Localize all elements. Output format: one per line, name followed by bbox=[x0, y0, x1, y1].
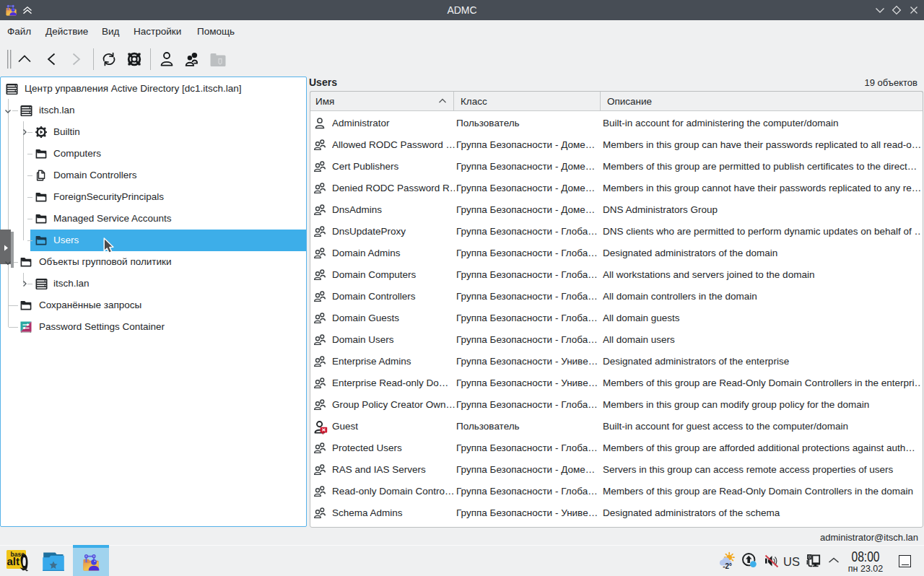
svg-text:alt: alt bbox=[7, 555, 20, 567]
svg-text:-2°: -2° bbox=[723, 562, 732, 570]
